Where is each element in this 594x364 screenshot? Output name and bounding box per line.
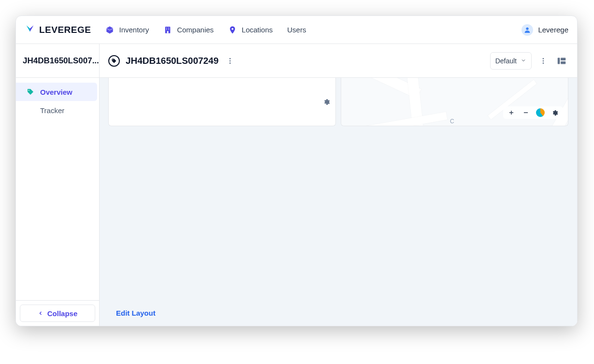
building-icon [163, 26, 172, 34]
svg-point-13 [543, 58, 544, 59]
content-header: JH4DB1650LS007249 Default [100, 44, 577, 78]
user-name: Leverege [538, 26, 568, 34]
streetview-pegman-icon[interactable] [536, 108, 545, 117]
svg-point-6 [232, 28, 233, 29]
sidebar-list: Overview Tracker [16, 78, 99, 300]
card-settings-button[interactable] [323, 98, 331, 108]
sidebar-item-overview[interactable]: Overview [16, 83, 97, 101]
zoom-out-button[interactable] [522, 108, 530, 117]
layout-select-value: Default [495, 57, 517, 65]
svg-point-14 [543, 60, 544, 61]
user-menu[interactable]: Leverege [522, 24, 568, 36]
nav-items: Inventory Companies Locations Users [105, 26, 306, 34]
avatar-icon [522, 24, 533, 36]
main: JH4DB1650LS007249 Default [100, 44, 577, 326]
map-card[interactable]: C [341, 78, 568, 126]
svg-rect-17 [561, 58, 565, 60]
svg-point-7 [526, 27, 529, 29]
zoom-in-button[interactable] [507, 108, 516, 117]
map-controls [503, 106, 563, 119]
page-title: JH4DB1650LS007249 [126, 56, 218, 66]
chevron-down-icon [521, 57, 526, 65]
top-nav: LEVEREGE Inventory Companies Locations [16, 16, 577, 44]
svg-point-12 [230, 62, 231, 64]
svg-rect-5 [167, 31, 169, 33]
nav-label: Locations [242, 26, 273, 34]
sidebar: JH4DB1650LS007... Overview Tracker [16, 44, 100, 326]
chevron-left-icon [38, 309, 43, 318]
svg-rect-18 [561, 61, 565, 64]
nav-item-companies[interactable]: Companies [163, 26, 214, 34]
sidebar-title: JH4DB1650LS007... [16, 44, 99, 78]
svg-rect-16 [558, 58, 560, 64]
nav-label: Users [287, 26, 306, 34]
sidebar-item-label: Overview [40, 88, 72, 96]
page-actions-menu[interactable] [224, 55, 236, 67]
svg-point-11 [230, 60, 231, 61]
svg-rect-1 [166, 28, 167, 29]
tag-circle-icon [108, 55, 120, 67]
layout-columns-icon[interactable] [555, 54, 568, 68]
nav-item-users[interactable]: Users [287, 26, 306, 34]
svg-rect-4 [169, 29, 170, 30]
svg-point-9 [113, 59, 114, 60]
nav-label: Companies [177, 26, 214, 34]
brand-mark-icon [25, 23, 35, 36]
map-label: C [450, 118, 454, 125]
brand-text: LEVEREGE [39, 25, 91, 35]
map-settings-button[interactable] [551, 108, 559, 117]
content-body: C [100, 78, 577, 326]
svg-rect-2 [169, 28, 170, 29]
svg-point-10 [230, 58, 231, 59]
cube-icon [105, 26, 114, 34]
nav-item-locations[interactable]: Locations [228, 26, 273, 34]
layout-select[interactable]: Default [490, 52, 532, 70]
sidebar-item-tracker[interactable]: Tracker [16, 101, 97, 119]
collapse-label: Collapse [47, 309, 78, 318]
pin-icon [228, 26, 237, 34]
app-window: LEVEREGE Inventory Companies Locations [15, 15, 578, 326]
svg-point-8 [29, 90, 29, 91]
details-card [108, 78, 336, 126]
nav-item-inventory[interactable]: Inventory [105, 26, 149, 34]
brand-logo[interactable]: LEVEREGE [25, 23, 91, 36]
tag-icon [27, 88, 34, 96]
collapse-button[interactable]: Collapse [20, 305, 95, 322]
layout-actions-menu[interactable] [537, 55, 549, 67]
svg-point-15 [543, 62, 544, 64]
nav-label: Inventory [119, 26, 149, 34]
sidebar-item-label: Tracker [40, 106, 64, 115]
edit-layout-link[interactable]: Edit Layout [116, 309, 156, 317]
svg-rect-3 [166, 29, 167, 30]
